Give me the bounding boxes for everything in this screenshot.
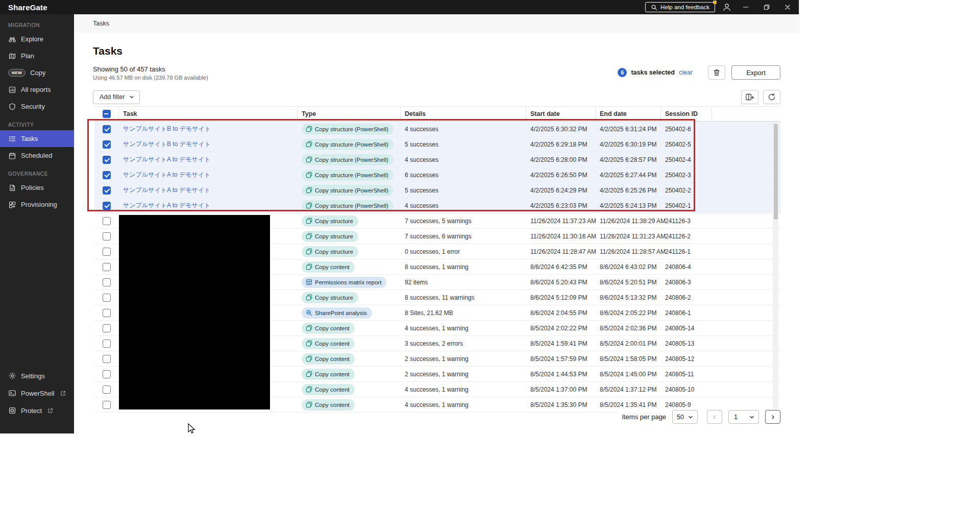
details-cell: 2 successes, 1 warning	[401, 355, 526, 363]
task-link[interactable]: サンプルサイトA to デモサイト	[123, 186, 210, 194]
column-header-session-id[interactable]: Session ID	[661, 107, 712, 121]
sidebar-item-policies[interactable]: Policies	[0, 179, 74, 196]
end-date-cell: 4/2/2025 6:27:44 PM	[596, 172, 661, 179]
task-link[interactable]: サンプルサイトB to デモサイト	[123, 125, 211, 132]
sidebar-item-scheduled[interactable]: Scheduled	[0, 147, 74, 164]
row-checkbox[interactable]	[103, 217, 111, 225]
sidebar-item-all-reports[interactable]: All reports	[0, 81, 74, 98]
manage-columns-button[interactable]	[741, 90, 758, 104]
table-header-row: Task Type Details Start date End date Se…	[94, 106, 780, 122]
end-date-cell: 11/26/2024 11:38:29 AM	[596, 218, 661, 225]
session-id-cell: 241126-3	[661, 218, 712, 225]
titlebar: ShareGate Help and feedback	[0, 0, 799, 14]
task-type-badge: Copy content	[302, 338, 355, 349]
sidebar-item-provisioning[interactable]: Provisioning	[0, 196, 74, 213]
column-header-filler	[712, 107, 780, 121]
session-id-cell: 250402-1	[661, 202, 712, 209]
restore-button[interactable]	[760, 1, 774, 13]
row-checkbox[interactable]	[103, 385, 111, 394]
delete-tasks-button[interactable]	[708, 65, 725, 80]
sidebar-item-settings[interactable]: Settings	[0, 367, 74, 384]
table-scrollbar[interactable]	[773, 122, 778, 409]
column-header-task[interactable]: Task	[119, 107, 298, 121]
row-checkbox[interactable]	[103, 324, 111, 332]
add-filter-dropdown[interactable]: Add filter	[93, 90, 140, 104]
column-header-type[interactable]: Type	[298, 107, 401, 121]
column-header-end-date[interactable]: End date	[596, 107, 661, 121]
details-cell: 2 successes, 1 warning	[401, 371, 526, 378]
close-button[interactable]	[780, 1, 795, 13]
row-checkbox[interactable]	[103, 340, 111, 348]
row-checkbox-cell	[94, 248, 119, 256]
page-number-select[interactable]: 1	[728, 410, 759, 424]
row-checkbox[interactable]	[103, 355, 111, 363]
sidebar-item-plan[interactable]: Plan	[0, 47, 74, 64]
row-checkbox[interactable]	[103, 140, 111, 149]
sidebar-item-security[interactable]: Security	[0, 98, 74, 115]
export-button[interactable]: Export	[731, 65, 780, 80]
row-checkbox[interactable]	[103, 370, 111, 378]
column-header-details[interactable]: Details	[401, 107, 526, 121]
column-header-start-date[interactable]: Start date	[526, 107, 596, 121]
row-checkbox[interactable]	[103, 171, 111, 179]
task-type-label: Copy structure (PowerShell)	[315, 172, 388, 178]
select-all-checkbox[interactable]	[103, 110, 111, 118]
session-id-cell: 250402-3	[661, 172, 712, 179]
refresh-button[interactable]	[763, 90, 780, 104]
sidebar-item-protect[interactable]: Protect	[0, 402, 74, 419]
sidebar-item-powershell[interactable]: PowerShell	[0, 384, 74, 402]
row-checkbox-cell	[94, 385, 119, 394]
type-cell: Copy structure (PowerShell)	[298, 154, 401, 165]
sidebar: MIGRATION Explore Plan NEW Copy All repo…	[0, 14, 74, 433]
row-checkbox[interactable]	[103, 202, 111, 210]
row-checkbox[interactable]	[103, 125, 111, 133]
sidebar-item-explore[interactable]: Explore	[0, 31, 74, 47]
provisioning-grid-icon	[8, 201, 16, 209]
next-page-button[interactable]	[765, 410, 780, 424]
items-per-page-select[interactable]: 50	[672, 410, 698, 424]
task-link[interactable]: サンプルサイトA to デモサイト	[123, 202, 210, 209]
row-checkbox[interactable]	[103, 401, 111, 409]
previous-page-button[interactable]	[707, 410, 722, 424]
type-cell: Copy structure	[298, 215, 401, 227]
details-cell: 4 successes	[401, 202, 526, 209]
minimize-button[interactable]	[739, 1, 753, 13]
details-cell: 8 Sites, 21.62 MB	[401, 309, 526, 317]
task-type-badge: Copy content	[302, 384, 355, 395]
row-checkbox[interactable]	[103, 186, 111, 195]
end-date-cell: 8/5/2024 1:37:12 PM	[596, 386, 661, 393]
chevron-down-icon	[688, 415, 693, 420]
end-date-cell: 11/26/2024 11:28:57 AM	[596, 248, 661, 255]
row-checkbox[interactable]	[103, 294, 111, 302]
row-checkbox[interactable]	[103, 156, 111, 164]
row-checkbox[interactable]	[103, 232, 111, 240]
task-link[interactable]: サンプルサイトA to デモサイト	[123, 171, 210, 178]
sidebar-item-copy[interactable]: NEW Copy	[0, 64, 74, 81]
copy-icon	[306, 325, 312, 331]
row-checkbox[interactable]	[103, 309, 111, 317]
scrollbar-thumb[interactable]	[774, 124, 778, 220]
task-link[interactable]: サンプルサイトB to デモサイト	[123, 140, 211, 148]
details-cell: 0 successes, 1 error	[401, 248, 526, 255]
sidebar-item-label: Explore	[21, 35, 43, 43]
table-row: サンプルサイトB to デモサイト Copy structure (PowerS…	[94, 122, 780, 137]
details-cell: 5 successes	[401, 141, 526, 148]
account-button[interactable]	[722, 2, 732, 12]
row-checkbox[interactable]	[103, 263, 111, 271]
end-date-cell: 4/2/2025 6:28:57 PM	[596, 156, 661, 163]
end-date-cell: 4/2/2025 6:25:26 PM	[596, 187, 661, 194]
add-filter-label: Add filter	[100, 93, 125, 101]
row-checkbox[interactable]	[103, 248, 111, 256]
help-feedback-button[interactable]: Help and feedback	[645, 2, 715, 12]
sidebar-item-label: Protect	[21, 407, 42, 415]
sidebar-item-tasks[interactable]: Tasks	[0, 130, 74, 147]
row-checkbox[interactable]	[103, 278, 111, 286]
start-date-cell: 4/2/2025 6:28:00 PM	[526, 156, 596, 163]
type-cell: Copy content	[298, 353, 401, 365]
clear-selection-link[interactable]: clear	[679, 69, 693, 76]
details-cell: 4 successes, 1 warning	[401, 401, 526, 408]
type-cell: Permissions matrix report	[298, 277, 401, 288]
task-link[interactable]: サンプルサイトA to デモサイト	[123, 156, 210, 163]
type-cell: Copy structure (PowerShell)	[298, 139, 401, 150]
session-id-cell: 240806-3	[661, 279, 712, 286]
